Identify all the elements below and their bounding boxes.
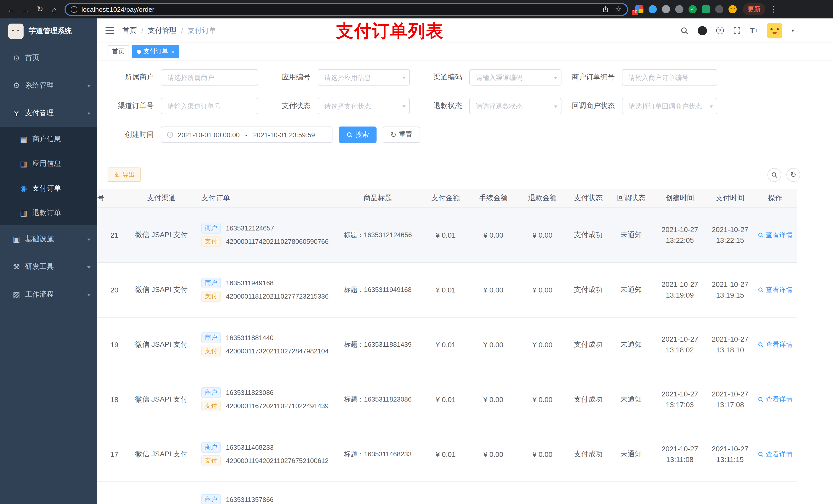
merchant-tag: 商户 bbox=[201, 278, 221, 288]
workflow-icon: ▨ bbox=[10, 290, 23, 299]
home-icon[interactable]: ⌂ bbox=[47, 2, 62, 16]
cell-create-time: 2021-10-2713:18:02 bbox=[653, 317, 707, 372]
sidebar-item-system[interactable]: ⚙ 系统管理 ▾ bbox=[0, 72, 97, 99]
merchant-tag: 商户 bbox=[201, 494, 221, 504]
view-detail-link[interactable]: 查看详情 bbox=[758, 230, 792, 239]
chevron-up-icon: ▾ bbox=[87, 111, 90, 116]
date-range-picker[interactable]: 2021-10-01 00:00:00 - 2021-10-31 23:59:5… bbox=[161, 126, 332, 143]
sidebar-item-workflow[interactable]: ▨ 工作流程 ▾ bbox=[0, 281, 97, 308]
cell-id: 18 bbox=[97, 372, 125, 427]
browser-update-button[interactable]: 更新 bbox=[743, 3, 765, 15]
refresh-table-button[interactable]: ↻ bbox=[786, 168, 800, 182]
view-detail-link[interactable]: 查看详情 bbox=[758, 450, 792, 459]
cell-channel: 微信 JSAPI 支付 bbox=[125, 427, 197, 481]
pay-tag: 支付 bbox=[201, 346, 221, 357]
reload-icon[interactable]: ↻ bbox=[33, 2, 47, 16]
payment-submenu: ▤ 商户信息 ▦ 应用信息 ◉ 支付订单 ▥ 退款订单 bbox=[0, 127, 97, 225]
sidebar-item-home[interactable]: ⊙ 首页 bbox=[0, 44, 97, 72]
app-logo[interactable]: 芋道管理系统 bbox=[0, 19, 97, 44]
search-button[interactable]: 搜索 bbox=[339, 126, 377, 143]
channel-order-no-input[interactable] bbox=[161, 98, 258, 114]
cell-fee: ¥ 0.00 bbox=[469, 262, 518, 317]
cell-notify: 未通知 bbox=[610, 208, 653, 262]
sidebar-item-devtools[interactable]: ⚒ 研发工具 ▾ bbox=[0, 253, 97, 281]
cell-id: 17 bbox=[97, 427, 125, 481]
sidebar-item-pay-order[interactable]: ◉ 支付订单 bbox=[0, 176, 97, 201]
col-pay-order: 支付订单 bbox=[197, 189, 333, 208]
magnifier-icon bbox=[758, 232, 764, 238]
cell-action: 查看详情 bbox=[753, 427, 797, 481]
reset-button[interactable]: ↻ 重置 bbox=[383, 126, 420, 143]
cell-refund: ¥ 0.00 bbox=[518, 427, 567, 481]
forward-icon[interactable]: → bbox=[19, 2, 33, 16]
view-detail-link[interactable]: 查看详情 bbox=[758, 285, 792, 294]
cell-status: 支付成功 bbox=[567, 317, 610, 372]
extension-blue-icon[interactable] bbox=[648, 5, 657, 13]
notify-status-select[interactable] bbox=[622, 98, 717, 114]
tab-pay-order[interactable]: 支付订单 × bbox=[132, 45, 179, 58]
search-icon[interactable] bbox=[680, 26, 688, 34]
app-title: 芋道管理系统 bbox=[29, 27, 72, 36]
sidebar-item-refund-order[interactable]: ▥ 退款订单 bbox=[0, 201, 97, 225]
site-info-icon[interactable]: i bbox=[71, 6, 77, 13]
cell-pay-order: 商户1635311468233 支付4200001194202110276752… bbox=[197, 427, 333, 481]
channel-order-no: 4200001174202110278060590766 bbox=[226, 238, 329, 245]
github-icon[interactable] bbox=[697, 26, 707, 35]
url-text[interactable]: localhost:1024/pay/order bbox=[81, 5, 154, 13]
breadcrumb-payment[interactable]: 支付管理 bbox=[148, 26, 176, 35]
merchant-select-input[interactable] bbox=[161, 69, 258, 86]
refresh-icon: ↻ bbox=[390, 131, 396, 138]
extension-gray2-icon[interactable] bbox=[675, 5, 684, 13]
view-detail-link[interactable]: 查看详情 bbox=[758, 340, 792, 349]
sidebar-item-merchant-info[interactable]: ▤ 商户信息 bbox=[0, 127, 97, 152]
fullscreen-icon[interactable] bbox=[733, 27, 740, 34]
table-header-row: 编号 支付渠道 支付订单 商品标题 支付金额 手续金额 退款金额 支付状态 回调… bbox=[97, 189, 797, 208]
download-icon bbox=[114, 172, 120, 178]
sidebar-item-payment[interactable]: ¥ 支付管理 ▾ bbox=[0, 99, 97, 127]
channel-code-select[interactable] bbox=[469, 69, 562, 86]
clock-icon bbox=[166, 131, 174, 138]
extension-pin-icon[interactable] bbox=[715, 5, 723, 13]
avatar-caret-icon[interactable]: ▾ bbox=[791, 28, 794, 33]
extension-gray-icon[interactable] bbox=[662, 5, 670, 13]
toggle-search-button[interactable] bbox=[767, 168, 781, 182]
refund-status-select[interactable] bbox=[469, 98, 562, 114]
cell-channel: 微信 JSAPI 支付 bbox=[125, 317, 197, 372]
col-id: 编号 bbox=[97, 189, 125, 208]
table-toolbar: 导出 ↻ bbox=[97, 155, 833, 182]
cell-pay-time: 2021-10-2713:22:15 bbox=[707, 208, 753, 262]
extension-check-icon[interactable]: ✓ bbox=[689, 5, 697, 13]
merchant-order-no: 1635311823086 bbox=[226, 389, 273, 397]
extension-colorful-icon[interactable]: 10 bbox=[635, 5, 643, 13]
app-no-select[interactable] bbox=[318, 69, 410, 86]
user-avatar[interactable] bbox=[767, 23, 782, 38]
font-size-icon[interactable]: TT bbox=[750, 27, 758, 34]
bookmark-star-icon[interactable]: ☆ bbox=[615, 5, 622, 14]
pay-status-select[interactable] bbox=[318, 98, 410, 114]
cell-amount: ¥ 0.01 bbox=[423, 262, 469, 317]
table-row: 21 微信 JSAPI 支付 商户1635312124657 支付4200001… bbox=[97, 208, 797, 262]
back-icon[interactable]: ← bbox=[4, 2, 19, 16]
breadcrumb-home[interactable]: 首页 bbox=[122, 26, 137, 35]
cell-pay-time: 2021-10-2713:19:15 bbox=[707, 262, 753, 317]
share-icon[interactable] bbox=[602, 6, 609, 13]
extension-green-icon[interactable] bbox=[702, 5, 710, 13]
yen-icon: ¥ bbox=[10, 109, 23, 118]
sidebar-item-infra[interactable]: ▣ 基础设施 ▾ bbox=[0, 225, 97, 253]
extension-avatar-icon[interactable] bbox=[729, 5, 737, 13]
question-icon[interactable]: ? bbox=[716, 27, 723, 34]
breadcrumb-separator: / bbox=[181, 27, 183, 34]
tab-home[interactable]: 首页 bbox=[108, 45, 129, 58]
cell-fee: ¥ 0.00 bbox=[469, 317, 518, 372]
hamburger-icon[interactable] bbox=[105, 27, 114, 34]
browser-menu-icon[interactable]: ⋮ bbox=[769, 5, 777, 14]
export-button[interactable]: 导出 bbox=[108, 167, 141, 182]
tab-close-icon[interactable]: × bbox=[171, 48, 175, 54]
merchant-order-no-input[interactable] bbox=[622, 69, 717, 86]
pay-tag: 支付 bbox=[201, 455, 221, 466]
sidebar-item-app-info[interactable]: ▦ 应用信息 bbox=[0, 152, 97, 176]
address-bar[interactable]: i localhost:1024/pay/order ☆ bbox=[65, 3, 628, 16]
chevron-down-icon: ▾ bbox=[87, 83, 90, 88]
view-detail-link[interactable]: 查看详情 bbox=[758, 394, 792, 404]
app-grid-icon: ▦ bbox=[18, 159, 30, 169]
